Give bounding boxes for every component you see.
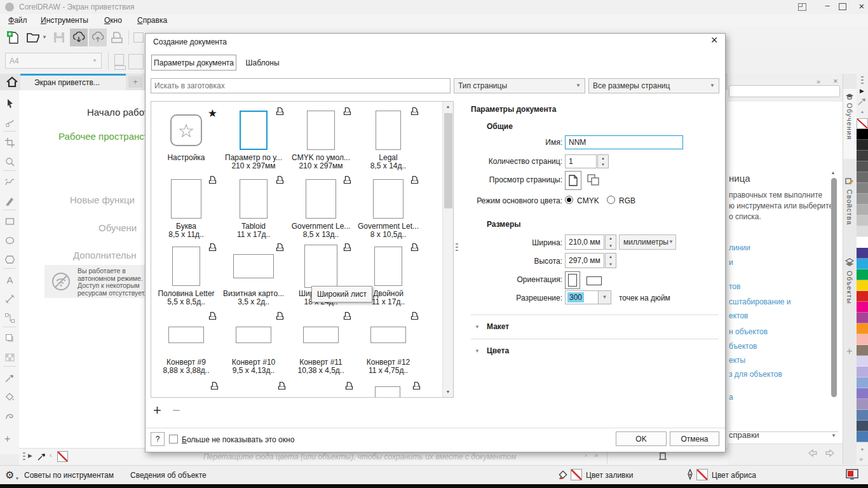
dimension-tool-icon[interactable] bbox=[1, 290, 18, 308]
preset-item-half-letter[interactable]: Половина Letter 5,5 x 8,5д.. bbox=[153, 243, 220, 306]
dont-show-label[interactable]: Больше не показывать это окно bbox=[182, 435, 294, 444]
dont-show-checkbox[interactable] bbox=[169, 435, 178, 444]
portrait-orientation-button[interactable] bbox=[565, 271, 580, 289]
palette-swatch[interactable] bbox=[857, 205, 868, 215]
preset-item-custom[interactable]: ☆ ★ Настройка bbox=[153, 107, 220, 162]
tray-flyout-icon[interactable]: ▶ bbox=[28, 452, 32, 459]
remove-preset-button[interactable]: − bbox=[172, 402, 180, 419]
preset-list-scrollbar[interactable]: ▲ ▼ bbox=[442, 102, 453, 397]
palette-scroll-up-icon[interactable]: ▲ bbox=[857, 107, 868, 117]
pick-tool-icon[interactable] bbox=[1, 94, 18, 112]
docker-scroll-up-icon[interactable]: ▲ bbox=[828, 168, 838, 178]
color-settings-monitor-icon[interactable] bbox=[845, 468, 859, 484]
scrollbar-thumb[interactable] bbox=[444, 113, 452, 208]
minimize-button[interactable]: – bbox=[821, 1, 834, 13]
palette-swatch[interactable] bbox=[857, 323, 868, 334]
close-button[interactable]: × bbox=[857, 1, 867, 12]
palette-swatch[interactable] bbox=[857, 399, 868, 410]
palette-swatch[interactable] bbox=[857, 259, 868, 269]
docker-search-fragment[interactable] bbox=[729, 85, 840, 97]
new-tab-button[interactable]: + bbox=[128, 76, 142, 88]
welcome-nav-start[interactable]: Начало работ bbox=[87, 107, 149, 118]
preset-search-input[interactable] bbox=[151, 78, 451, 93]
preset-item-cmyk[interactable]: CMYK по умол... 210 x 297мм bbox=[287, 107, 355, 170]
menu-tools[interactable]: Инструменты bbox=[41, 16, 88, 25]
rectangle-tool-icon[interactable] bbox=[1, 212, 18, 230]
palette-scroll-down-icon[interactable]: ▼ bbox=[857, 445, 868, 455]
fill-color-swatch[interactable] bbox=[571, 469, 582, 480]
connector-tool-icon[interactable] bbox=[1, 309, 18, 327]
layout-section-header[interactable]: Макет bbox=[487, 322, 509, 331]
palette-swatch[interactable] bbox=[857, 226, 868, 237]
tray-page-icon[interactable] bbox=[658, 451, 668, 464]
docker-link[interactable]: н объектов bbox=[729, 327, 768, 336]
palette-swatch[interactable] bbox=[857, 161, 868, 172]
facing-pages-view-button[interactable] bbox=[587, 173, 600, 189]
tab-templates[interactable]: Шаблоны bbox=[240, 55, 285, 71]
palette-swatch[interactable] bbox=[857, 194, 868, 205]
docker-tab-learning[interactable]: Обучения bbox=[843, 89, 857, 159]
height-stepper[interactable]: ▲▼ bbox=[605, 253, 616, 268]
docker-link[interactable]: з для объектов bbox=[729, 370, 782, 379]
welcome-nav-new-features[interactable]: Новые функци bbox=[70, 194, 135, 205]
palette-swatch[interactable] bbox=[857, 118, 868, 129]
zoom-tool-icon[interactable] bbox=[1, 152, 18, 170]
palette-swatch[interactable] bbox=[857, 140, 868, 151]
docker-link[interactable]: ектов bbox=[729, 311, 748, 320]
statusbar-tool-tips[interactable]: Советы по инструментам bbox=[24, 471, 114, 480]
palette-swatch[interactable] bbox=[857, 388, 868, 399]
back-arrow-icon[interactable] bbox=[807, 448, 818, 461]
palette-swatch[interactable] bbox=[857, 291, 868, 302]
cmyk-radio[interactable] bbox=[565, 196, 573, 204]
palette-swatch[interactable] bbox=[857, 421, 868, 431]
layout-window-icon[interactable] bbox=[798, 3, 806, 11]
help-button[interactable]: ? bbox=[151, 432, 165, 446]
width-stepper[interactable]: ▲▼ bbox=[605, 234, 616, 250]
toolbox-add-button[interactable]: + bbox=[4, 433, 10, 445]
palette-drag-handle[interactable] bbox=[861, 76, 864, 85]
palette-swatch[interactable] bbox=[857, 302, 868, 313]
palette-swatch[interactable] bbox=[857, 431, 868, 442]
preset-item-envelope11[interactable]: Конверт #11 10,38 x 4,5д.. bbox=[287, 311, 355, 375]
ellipse-tool-icon[interactable] bbox=[1, 231, 18, 249]
palette-swatch[interactable] bbox=[857, 280, 868, 291]
welcome-nav-extra[interactable]: Дополнительн bbox=[73, 250, 137, 261]
palette-swatch[interactable] bbox=[857, 215, 868, 226]
docker-collapse-icon[interactable]: » bbox=[817, 78, 820, 85]
palette-swatch[interactable] bbox=[857, 313, 868, 323]
units-combo[interactable]: миллиметры▼ bbox=[619, 234, 676, 250]
resolution-combo[interactable]: 300 bbox=[565, 290, 599, 304]
new-document-button[interactable] bbox=[5, 30, 20, 45]
preset-item-envelope9[interactable]: Конверт #9 8,88 x 3,88д.. bbox=[153, 311, 220, 375]
tray-no-color-swatch[interactable] bbox=[57, 451, 68, 462]
docker-link[interactable]: тов bbox=[729, 282, 740, 291]
menu-file[interactable]: Файл bbox=[8, 16, 27, 25]
home-icon[interactable] bbox=[5, 75, 19, 89]
polygon-tool-icon[interactable] bbox=[1, 250, 18, 268]
freehand-tool-icon[interactable] bbox=[1, 173, 18, 191]
layout-section-chevron-icon[interactable]: ▼ bbox=[475, 325, 480, 330]
docker-link[interactable]: а bbox=[729, 393, 733, 402]
statusbar-object-info[interactable]: Сведения об объекте bbox=[130, 471, 207, 480]
tray-collapse-icon[interactable]: ‹ bbox=[50, 451, 52, 459]
palette-swatch[interactable] bbox=[857, 345, 868, 356]
docker-add-tab-button[interactable]: + bbox=[846, 346, 852, 357]
palette-swatch[interactable] bbox=[857, 183, 868, 194]
palette-swatch[interactable] bbox=[857, 172, 868, 183]
forward-arrow-icon[interactable] bbox=[824, 448, 836, 461]
preset-item-government-legal[interactable]: Government Le... 8,5 x 13д.. bbox=[287, 175, 355, 239]
open-document-button[interactable] bbox=[25, 30, 41, 45]
menu-window[interactable]: Окно bbox=[104, 16, 122, 25]
resolution-dropdown-arrow[interactable]: ▼ bbox=[599, 290, 611, 304]
tray-drag-handle[interactable] bbox=[23, 452, 25, 461]
docker-link[interactable]: сштабирование и bbox=[729, 297, 791, 306]
palette-swatch[interactable] bbox=[857, 129, 868, 140]
docker-link[interactable]: линии bbox=[729, 243, 750, 252]
palette-swatch[interactable] bbox=[857, 237, 868, 248]
single-page-view-button[interactable] bbox=[565, 171, 581, 190]
cloud-upload-button[interactable] bbox=[89, 29, 107, 46]
transparency-tool-icon[interactable] bbox=[1, 348, 18, 366]
width-value[interactable]: 210,0 мм bbox=[565, 234, 604, 250]
smart-fill-tool-icon[interactable] bbox=[1, 407, 18, 424]
docker-close-icon[interactable]: × bbox=[833, 76, 838, 86]
